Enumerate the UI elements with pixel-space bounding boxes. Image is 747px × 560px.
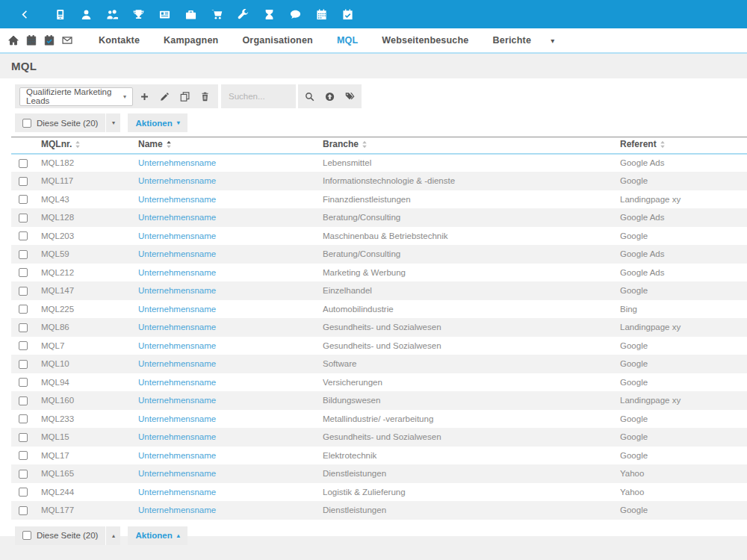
tab-webseitenbesuche[interactable]: Webseitenbesuche [370, 35, 480, 46]
row-checkbox[interactable] [19, 287, 28, 296]
select-all-checkbox-top[interactable] [22, 119, 31, 128]
row-checkbox[interactable] [19, 378, 28, 387]
cart-icon[interactable] [204, 9, 230, 20]
company-name-link[interactable]: Unternehmensname [138, 396, 216, 405]
tab-berichte[interactable]: Berichte [481, 35, 544, 46]
company-name-link[interactable]: Unternehmensname [138, 451, 216, 460]
actions-button-bottom[interactable]: Aktionen ▴ [128, 526, 187, 545]
duplicate-view-button[interactable] [175, 87, 195, 107]
row-checkbox[interactable] [19, 231, 28, 240]
hourglass-icon[interactable] [256, 9, 282, 20]
calendar-nav-icon[interactable] [22, 35, 40, 46]
row-checkbox[interactable] [19, 177, 28, 186]
select-page-button-bottom[interactable]: Diese Seite (20) ▴ [15, 526, 120, 545]
company-name-link[interactable]: Unternehmensname [138, 505, 216, 514]
column-header-branche[interactable]: Branche [323, 137, 620, 154]
search-input[interactable] [229, 92, 288, 101]
company-name-link[interactable]: Unternehmensname [138, 231, 216, 240]
calendar-check-icon[interactable] [335, 9, 361, 20]
column-header-referent[interactable]: Referent [620, 137, 747, 154]
company-name-link[interactable]: Unternehmensname [138, 341, 216, 350]
company-name-link[interactable]: Unternehmensname [138, 268, 216, 277]
select-page-caret-top[interactable]: ▾ [105, 113, 120, 132]
wrench-icon[interactable] [230, 9, 256, 20]
tab-mql[interactable]: MQL [325, 35, 370, 46]
select-all-checkbox-bottom[interactable] [22, 531, 31, 540]
row-checkbox[interactable] [19, 396, 28, 405]
referent-cell: Google Ads [620, 264, 747, 282]
select-page-button-top[interactable]: Diese Seite (20) ▾ [15, 113, 120, 132]
add-view-button[interactable] [134, 87, 155, 107]
group-icon[interactable] [99, 9, 125, 20]
company-name-link[interactable]: Unternehmensname [138, 158, 216, 167]
table-row: MQL177 Unternehmensname Dienstleistungen… [11, 501, 747, 520]
actions-button-top[interactable]: Aktionen ▾ [128, 113, 187, 132]
company-name-link[interactable]: Unternehmensname [138, 432, 216, 441]
company-name-link[interactable]: Unternehmensname [138, 249, 216, 258]
refresh-button[interactable] [320, 87, 340, 107]
row-checkbox[interactable] [19, 159, 28, 168]
contact-icon[interactable] [73, 9, 99, 20]
tags-button[interactable] [340, 87, 360, 107]
row-checkbox[interactable] [19, 360, 28, 369]
table-row: MQL147 Unternehmensname Einzelhandel Goo… [11, 281, 747, 300]
tab-kontakte[interactable]: Kontakte [87, 35, 152, 46]
row-checkbox[interactable] [19, 341, 28, 350]
sort-icon[interactable] [75, 140, 81, 151]
column-header-mqlnr[interactable]: MQLnr. [41, 137, 138, 154]
mql-number-cell: MQL10 [41, 355, 138, 373]
mql-number-cell: MQL15 [41, 428, 138, 447]
company-name-link[interactable]: Unternehmensname [138, 213, 216, 222]
tab-kampagnen[interactable]: Kampagnen [152, 35, 230, 46]
column-header-name[interactable]: Name [138, 137, 323, 154]
calendar-icon[interactable] [309, 9, 335, 20]
company-name-link[interactable]: Unternehmensname [138, 488, 216, 497]
row-checkbox[interactable] [19, 488, 28, 497]
row-checkbox[interactable] [19, 305, 28, 314]
tasks-nav-icon[interactable] [40, 35, 58, 46]
referent-cell: Google [620, 227, 747, 246]
edit-view-button[interactable] [155, 87, 175, 107]
company-name-link[interactable]: Unternehmensname [138, 323, 216, 332]
company-name-link[interactable]: Unternehmensname [138, 359, 216, 368]
sort-icon[interactable] [362, 140, 368, 151]
row-checkbox[interactable] [19, 195, 28, 204]
sort-icon[interactable] [660, 140, 666, 151]
delete-view-button[interactable] [195, 87, 215, 107]
view-selector[interactable]: Qualifizierte Marketing Leads ▾ [19, 87, 133, 106]
mql-number-cell: MQL165 [41, 464, 138, 483]
briefcase-icon[interactable] [178, 9, 204, 20]
row-checkbox[interactable] [19, 451, 28, 460]
tab-organisationen[interactable]: Organisationen [230, 35, 324, 46]
row-checkbox[interactable] [19, 250, 28, 259]
back-chevron-icon[interactable] [12, 10, 38, 19]
referent-cell: Yahoo [620, 483, 747, 502]
company-name-link[interactable]: Unternehmensname [138, 378, 216, 387]
company-name-link[interactable]: Unternehmensname [138, 286, 216, 295]
more-tabs-caret-icon[interactable]: ▾ [543, 37, 562, 45]
company-name-link[interactable]: Unternehmensname [138, 195, 216, 204]
row-checkbox[interactable] [19, 214, 28, 223]
search-button[interactable] [300, 87, 320, 107]
company-name-link[interactable]: Unternehmensname [138, 469, 216, 478]
phonebook-icon[interactable] [47, 9, 73, 20]
select-page-caret-bottom[interactable]: ▴ [105, 526, 120, 545]
company-name-link[interactable]: Unternehmensname [138, 305, 216, 314]
idcard-icon[interactable] [152, 9, 178, 20]
row-checkbox[interactable] [19, 323, 28, 332]
row-checkbox[interactable] [19, 470, 28, 479]
row-checkbox[interactable] [19, 506, 28, 515]
page-title-band: MQL [0, 54, 747, 78]
row-checkbox[interactable] [19, 414, 28, 423]
home-icon[interactable] [4, 35, 22, 46]
sort-asc-icon[interactable] [166, 140, 172, 151]
envelope-icon[interactable] [58, 35, 76, 46]
trophy-icon[interactable] [125, 9, 152, 20]
company-name-link[interactable]: Unternehmensname [138, 414, 216, 423]
company-name-link[interactable]: Unternehmensname [138, 176, 216, 185]
mql-number-cell: MQL177 [41, 501, 138, 520]
table-row: MQL94 Unternehmensname Versicherungen Go… [11, 373, 747, 392]
row-checkbox[interactable] [19, 268, 28, 277]
comment-icon[interactable] [282, 9, 309, 20]
row-checkbox[interactable] [19, 433, 28, 442]
